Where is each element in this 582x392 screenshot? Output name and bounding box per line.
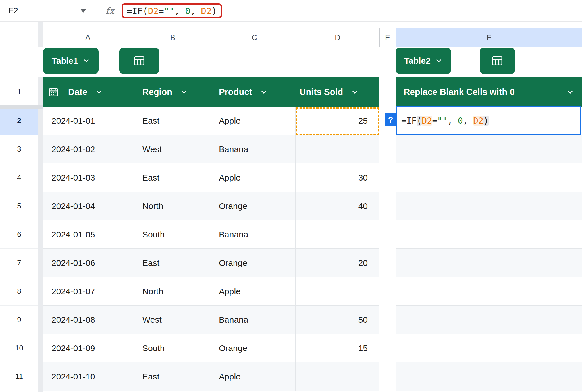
cell-col-f[interactable] [396, 163, 582, 192]
cell-units[interactable] [296, 277, 379, 306]
row-header-6[interactable]: 6 [0, 220, 43, 249]
row-header-10[interactable]: 10 [0, 334, 43, 362]
cell-date[interactable]: 2024-01-01 [43, 107, 132, 135]
cell-date[interactable]: 2024-01-07 [43, 277, 132, 306]
chevron-down-icon[interactable] [95, 88, 103, 96]
cell-product[interactable]: Banana [213, 220, 296, 249]
column-header-F[interactable]: F [396, 28, 582, 47]
name-box[interactable]: F2 [0, 6, 96, 15]
table1-grid-button[interactable] [119, 48, 159, 74]
cell-units[interactable] [296, 135, 379, 163]
row-header-4[interactable]: 4 [0, 163, 43, 192]
row-header-5[interactable]: 5 [0, 192, 43, 220]
column-header-E[interactable]: E [379, 28, 396, 47]
cell-date[interactable]: 2024-01-04 [43, 192, 132, 220]
cell-date[interactable]: 2024-01-06 [43, 249, 132, 277]
cell-col-f[interactable] [396, 192, 582, 220]
cell-region[interactable]: North [132, 277, 213, 306]
cell-region[interactable]: East [132, 362, 213, 391]
table2-chip[interactable]: Table2 [396, 48, 451, 74]
cell-col-e[interactable] [379, 135, 396, 163]
cell-product[interactable]: Orange [213, 192, 296, 220]
chevron-down-icon[interactable] [260, 88, 267, 96]
cell-units[interactable] [296, 362, 379, 391]
cell-col-e[interactable] [379, 220, 396, 249]
cell-region[interactable]: North [132, 192, 213, 220]
cell-date[interactable]: 2024-01-10 [43, 362, 132, 391]
column-header-C[interactable]: C [213, 28, 296, 47]
cell-date[interactable]: 2024-01-09 [43, 334, 132, 362]
cell-f2-formula[interactable]: =IF(D2="", 0, D2) [399, 107, 489, 134]
column-header-B[interactable]: B [132, 28, 213, 47]
row-header-7[interactable]: 7 [0, 249, 43, 277]
cell-date[interactable]: 2024-01-05 [43, 220, 132, 249]
cell-date[interactable]: 2024-01-02 [43, 135, 132, 163]
formula-token-paren: ) [212, 6, 217, 16]
cell-region[interactable]: South [132, 334, 213, 362]
cell-product[interactable]: Banana [213, 306, 296, 334]
cell-product[interactable]: Apple [213, 163, 296, 192]
cell-units[interactable] [296, 220, 379, 249]
cell-col-e[interactable] [379, 362, 396, 391]
cell-col-e[interactable] [379, 163, 396, 192]
row-header-11[interactable]: 11 [0, 362, 43, 391]
cell-region[interactable]: East [132, 249, 213, 277]
cell-product[interactable]: Banana [213, 135, 296, 163]
column-header-A[interactable]: A [43, 28, 132, 47]
sheet-body: 22024-01-01EastApple2532024-01-02WestBan… [0, 107, 582, 391]
cell-e1[interactable] [379, 77, 396, 107]
cell-col-f[interactable] [396, 277, 582, 306]
cell-units[interactable]: 25 [296, 107, 379, 135]
cell-col-f[interactable] [396, 362, 582, 391]
chevron-down-icon[interactable] [567, 88, 574, 96]
cell-col-f[interactable] [396, 334, 582, 362]
formula-help-badge[interactable]: ? [385, 113, 396, 126]
chevron-down-icon[interactable] [351, 88, 358, 96]
formula-input[interactable]: =IF(D2="", 0, D2) [122, 3, 222, 18]
column-header-product[interactable]: Product [213, 77, 296, 107]
cell-date[interactable]: 2024-01-03 [43, 163, 132, 192]
table2-header[interactable]: Replace Blank Cells with 0 [396, 77, 582, 107]
cell-product[interactable]: Apple [213, 362, 296, 391]
chevron-down-icon[interactable] [180, 88, 188, 96]
cell-units[interactable]: 15 [296, 334, 379, 362]
cell-col-e[interactable] [379, 306, 396, 334]
column-letters-row: ABCDEF [0, 28, 582, 47]
cell-col-e[interactable] [379, 192, 396, 220]
cell-col-f[interactable] [396, 249, 582, 277]
cell-region[interactable]: West [132, 306, 213, 334]
column-header-region[interactable]: Region [132, 77, 213, 107]
cell-col-f[interactable] [396, 220, 582, 249]
cell-col-e[interactable] [379, 249, 396, 277]
table1-chip[interactable]: Table1 [43, 48, 99, 74]
column-header-units-sold[interactable]: Units Sold [296, 77, 379, 107]
cell-col-e[interactable] [379, 334, 396, 362]
cell-product[interactable]: Orange [213, 249, 296, 277]
row-header-8[interactable]: 8 [0, 277, 43, 306]
cell-units[interactable]: 40 [296, 192, 379, 220]
cell-units[interactable]: 50 [296, 306, 379, 334]
cell-product[interactable]: Orange [213, 334, 296, 362]
cell-col-f[interactable] [396, 306, 582, 334]
cell-date[interactable]: 2024-01-08 [43, 306, 132, 334]
table2-grid-button[interactable] [480, 48, 515, 74]
cell-units[interactable]: 20 [296, 249, 379, 277]
column-header-D[interactable]: D [296, 28, 379, 47]
cell-region[interactable]: East [132, 163, 213, 192]
column-header-date[interactable]: Date [43, 77, 132, 107]
select-all-corner[interactable] [0, 28, 43, 47]
cell-product[interactable]: Apple [213, 277, 296, 306]
cell-col-e[interactable] [379, 277, 396, 306]
row-header-9[interactable]: 9 [0, 306, 43, 334]
name-box-dropdown-icon[interactable] [80, 9, 86, 13]
row-header-1[interactable]: 1 [0, 77, 43, 107]
cell-product[interactable]: Apple [213, 107, 296, 135]
row-header-3[interactable]: 3 [0, 135, 43, 163]
cell-units[interactable]: 30 [296, 163, 379, 192]
cell-region[interactable]: South [132, 220, 213, 249]
frozen-row-divider[interactable] [0, 105, 43, 109]
row-header-2[interactable]: 2 [0, 107, 43, 135]
cell-region[interactable]: East [132, 107, 213, 135]
cell-region[interactable]: West [132, 135, 213, 163]
cell-col-f[interactable] [396, 135, 582, 163]
